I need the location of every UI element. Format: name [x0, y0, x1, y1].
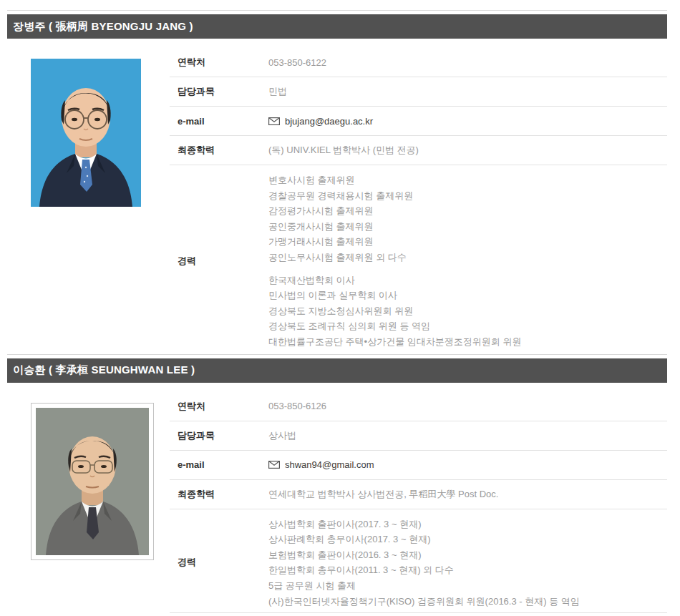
faculty-profile-page: 장병주 ( 張柄周 BYEONGJU JANG ) [7, 10, 667, 613]
table-row-education: 최종학력 연세대학교 법학박사 상사법전공, 早稻田大學 Post Doc. [170, 480, 667, 509]
career-line: 상사판례학회 총무이사(2017. 3 ~ 현재) [268, 532, 580, 547]
profile-info-table: 연락처 053-850-6126 담당과목 상사법 e-mail [170, 392, 667, 614]
field-value-education: 연세대학교 법학박사 상사법전공, 早稻田大學 Post Doc. [268, 488, 498, 501]
career-line: 보험법학회 출판이사(2016. 3 ~ 현재) [268, 547, 580, 563]
professor-name: 이승환 ( 李承桓 SEUNGHWAN LEE ) [13, 363, 195, 377]
career-lines: 상사법학회 출판이사(2017. 3 ~ 현재)상사판례학회 총무이사(2017… [268, 517, 580, 610]
field-label-contact: 연락처 [170, 56, 268, 69]
field-value-contact: 053-850-6122 [268, 57, 326, 68]
table-row-career: 경력 변호사시험 출제위원경찰공무원 경력채용시험 출제위원감정평가사시험 출제… [170, 165, 667, 353]
career-line: 공인중개사시험 출제위원 [268, 219, 521, 235]
envelope-icon [268, 117, 280, 125]
career-line: 감정평가사시험 출제위원 [268, 203, 521, 219]
field-label-career: 경력 [170, 556, 268, 569]
photo-frame [31, 403, 154, 560]
career-line: 한국재산법학회 이사 [268, 273, 521, 288]
email-address[interactable]: shwan94@gmail.com [285, 459, 374, 470]
table-row-education: 최종학력 (독) UNIV.KIEL 법학박사 (민법 전공) [170, 136, 667, 165]
career-line: 대한법률구조공단 주택•상가건물 임대차분쟁조정위원회 위원 [268, 334, 521, 350]
career-line: 경찰공무원 경력채용시험 출제위원 [268, 188, 521, 204]
profile-header-bar: 이승환 ( 李承桓 SEUNGHWAN LEE ) [7, 358, 667, 383]
career-line: 민사법의 이론과 실무학회 이사 [268, 288, 521, 303]
photo-column [7, 392, 170, 614]
career-line: 경상북도 지방소청심사위원회 위원 [268, 303, 521, 319]
envelope-icon [268, 461, 280, 469]
career-line: (사)한국인터넷자율정책기구(KISO) 검증위원회 위원(2016.3 - 현… [268, 594, 580, 610]
field-value-subject: 상사법 [268, 429, 296, 442]
table-row-email: e-mail bjujang@daegu.ac.kr [170, 107, 667, 136]
career-line [268, 265, 521, 273]
field-label-email: e-mail [170, 459, 268, 470]
profile-header-bar: 장병주 ( 張柄周 BYEONGJU JANG ) [7, 14, 667, 39]
table-row-subject: 담당과목 민법 [170, 77, 667, 107]
career-line: 한일법학회 총무이사(2011. 3 ~ 현재) 외 다수 [268, 562, 580, 578]
field-label-education: 최종학력 [170, 488, 268, 501]
profile-info-table: 연락처 053-850-6122 담당과목 민법 e-mail [170, 48, 667, 353]
career-line: 가맹거래사시험 출제위원 [268, 234, 521, 250]
field-label-subject: 담당과목 [170, 85, 268, 98]
field-value-education: (독) UNIV.KIEL 법학박사 (민법 전공) [268, 144, 419, 157]
field-value-subject: 민법 [268, 85, 287, 98]
table-row-email: e-mail shwan94@gmail.com [170, 451, 667, 480]
table-row-contact: 연락처 053-850-6122 [170, 48, 667, 77]
section-divider [7, 10, 667, 11]
professor-name: 장병주 ( 張柄周 BYEONGJU JANG ) [13, 20, 193, 34]
professor-photo [31, 59, 141, 207]
field-label-education: 최종학력 [170, 144, 268, 157]
career-line: 5급 공무원 시험 출제 [268, 578, 580, 594]
field-label-career: 경력 [170, 255, 268, 268]
profile-section-jang: 장병주 ( 張柄周 BYEONGJU JANG ) [7, 10, 667, 353]
career-line: 경상북도 조례규칙 심의회 위원 등 역임 [268, 318, 521, 334]
table-row-contact: 연락처 053-850-6126 [170, 392, 667, 421]
photo-column [7, 48, 170, 353]
field-label-email: e-mail [170, 116, 268, 127]
table-row-subject: 담당과목 상사법 [170, 421, 667, 451]
field-value-contact: 053-850-6126 [268, 401, 326, 411]
section-divider [7, 354, 667, 355]
career-line: 변호사시험 출제위원 [268, 172, 521, 188]
email-address[interactable]: bjujang@daegu.ac.kr [285, 116, 373, 127]
field-label-contact: 연락처 [170, 400, 268, 413]
career-line: 상사법학회 출판이사(2017. 3 ~ 현재) [268, 517, 580, 532]
table-row-career: 경력 상사법학회 출판이사(2017. 3 ~ 현재)상사판례학회 총무이사(2… [170, 509, 667, 614]
career-lines: 변호사시험 출제위원경찰공무원 경력채용시험 출제위원감정평가사시험 출제위원공… [268, 172, 521, 350]
field-label-subject: 담당과목 [170, 429, 268, 442]
profile-section-lee: 이승환 ( 李承桓 SEUNGHWAN LEE ) [7, 354, 667, 614]
career-line: 공인노무사시험 출제위원 외 다수 [268, 250, 521, 265]
professor-photo [36, 408, 149, 555]
